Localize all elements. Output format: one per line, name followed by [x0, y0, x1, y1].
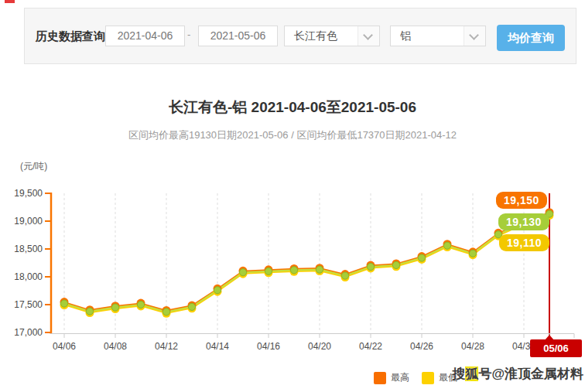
svg-text:17,000: 17,000 [14, 327, 43, 338]
svg-text:17,500: 17,500 [14, 299, 43, 310]
svg-text:04/16: 04/16 [257, 341, 280, 352]
watermark-prefix: 搜 [452, 366, 465, 381]
highlighted-date-badge: 05/06 [530, 339, 582, 357]
watermark-highlight: 狐 [465, 366, 478, 381]
watermark: 搜狐号@淮顶金属材料 [452, 365, 583, 383]
svg-text:04/28: 04/28 [461, 341, 484, 352]
high-series-swatch [374, 372, 386, 384]
svg-text:04/12: 04/12 [155, 341, 178, 352]
svg-text:18,000: 18,000 [14, 271, 43, 282]
svg-text:04/26: 04/26 [410, 341, 433, 352]
svg-text:04/22: 04/22 [359, 341, 382, 352]
high-value-label: 19,150 [496, 192, 547, 209]
svg-text:19,000: 19,000 [14, 216, 43, 227]
svg-text:19,500: 19,500 [14, 188, 43, 199]
svg-text:04/08: 04/08 [104, 341, 127, 352]
legend-item-high[interactable]: 最高 [374, 370, 409, 383]
svg-text:18,500: 18,500 [14, 244, 43, 254]
average-value-label: 19,130 [498, 213, 549, 230]
svg-text:04/06: 04/06 [53, 341, 76, 352]
svg-text:04/14: 04/14 [206, 341, 229, 352]
watermark-suffix: 号@淮顶金属材料 [478, 366, 583, 381]
low-series-swatch [422, 372, 434, 384]
svg-text:04/20: 04/20 [308, 341, 331, 352]
legend-label: 最高 [391, 372, 409, 383]
low-value-label: 19,110 [499, 234, 549, 251]
